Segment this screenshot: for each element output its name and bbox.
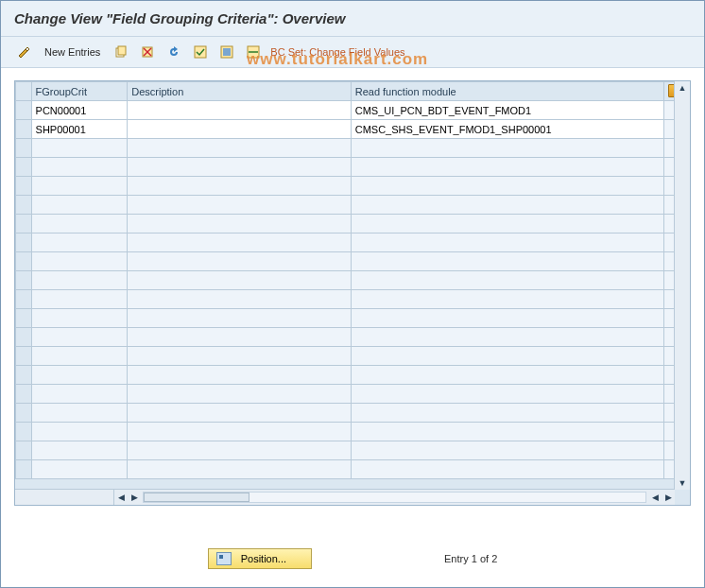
cell-description[interactable] bbox=[128, 120, 351, 139]
cell-readfn[interactable]: CMS_UI_PCN_BDT_EVENT_FMOD1 bbox=[351, 101, 663, 120]
cell-description[interactable] bbox=[128, 404, 351, 423]
cell-fgroupcrit[interactable] bbox=[31, 423, 128, 441]
cell-fgroupcrit[interactable] bbox=[31, 177, 128, 196]
cell-description[interactable] bbox=[128, 215, 351, 233]
cell-fgroupcrit[interactable] bbox=[31, 271, 128, 290]
cell-readfn[interactable] bbox=[351, 290, 663, 309]
cell-fgroupcrit[interactable] bbox=[31, 404, 128, 423]
row-selector[interactable] bbox=[16, 177, 32, 196]
row-selector[interactable] bbox=[16, 404, 32, 423]
cell-description[interactable] bbox=[128, 177, 351, 196]
row-selector[interactable] bbox=[16, 441, 32, 460]
row-selector[interactable] bbox=[16, 215, 32, 233]
cell-readfn[interactable] bbox=[351, 328, 663, 347]
row-selector[interactable] bbox=[16, 233, 32, 252]
cell-readfn[interactable] bbox=[351, 233, 663, 252]
row-selector[interactable] bbox=[16, 309, 32, 328]
select-all-icon[interactable] bbox=[191, 43, 210, 61]
row-selector[interactable] bbox=[16, 366, 32, 385]
delete-icon[interactable] bbox=[138, 43, 157, 61]
cell-readfn[interactable] bbox=[351, 309, 663, 328]
cell-fgroupcrit[interactable] bbox=[31, 309, 128, 328]
cell-fgroupcrit[interactable] bbox=[31, 139, 128, 158]
deselect-all-icon[interactable] bbox=[244, 43, 263, 61]
row-selector[interactable] bbox=[16, 290, 32, 309]
cell-readfn[interactable] bbox=[351, 460, 663, 479]
row-selector[interactable] bbox=[16, 158, 32, 177]
row-selector[interactable] bbox=[16, 271, 32, 290]
row-selector[interactable] bbox=[16, 120, 32, 139]
col-description[interactable]: Description bbox=[128, 82, 351, 101]
scroll-down-icon[interactable]: ▼ bbox=[676, 476, 689, 490]
col-readfn[interactable]: Read function module bbox=[351, 82, 663, 101]
cell-description[interactable] bbox=[128, 460, 351, 479]
bc-set-button[interactable]: BC Set: Change Field Values bbox=[270, 46, 404, 58]
cell-readfn[interactable] bbox=[351, 423, 663, 441]
row-selector[interactable] bbox=[16, 139, 32, 158]
select-block-icon[interactable] bbox=[217, 43, 236, 61]
row-selector[interactable] bbox=[16, 460, 32, 479]
scroll-left2-icon[interactable]: ◀ bbox=[648, 491, 662, 504]
cell-fgroupcrit[interactable] bbox=[31, 460, 128, 479]
cell-readfn[interactable] bbox=[351, 177, 663, 196]
cell-readfn[interactable] bbox=[351, 271, 663, 290]
vscroll-track[interactable] bbox=[676, 95, 689, 476]
row-selector[interactable] bbox=[16, 347, 32, 366]
toggle-display-change-icon[interactable] bbox=[14, 43, 33, 61]
cell-readfn[interactable] bbox=[351, 158, 663, 177]
row-selector-header[interactable] bbox=[16, 82, 32, 101]
cell-description[interactable] bbox=[128, 328, 351, 347]
cell-readfn[interactable]: CMSC_SHS_EVENT_FMOD1_SHP00001 bbox=[351, 120, 663, 139]
cell-description[interactable] bbox=[128, 139, 351, 158]
vertical-scrollbar[interactable]: ▲ ▼ bbox=[674, 81, 690, 490]
cell-description[interactable] bbox=[128, 441, 351, 460]
cell-description[interactable] bbox=[128, 271, 351, 290]
cell-description[interactable] bbox=[128, 309, 351, 328]
row-selector[interactable] bbox=[16, 196, 32, 215]
cell-readfn[interactable] bbox=[351, 347, 663, 366]
cell-fgroupcrit[interactable] bbox=[31, 252, 128, 271]
cell-description[interactable] bbox=[128, 196, 351, 215]
cell-readfn[interactable] bbox=[351, 139, 663, 158]
cell-fgroupcrit[interactable] bbox=[31, 196, 128, 215]
copy-as-icon[interactable] bbox=[112, 43, 130, 61]
cell-fgroupcrit[interactable]: SHP00001 bbox=[31, 120, 128, 139]
row-selector[interactable] bbox=[16, 423, 32, 441]
hscroll-thumb[interactable] bbox=[144, 493, 249, 502]
cell-description[interactable] bbox=[128, 423, 351, 441]
col-fgroupcrit[interactable]: FGroupCrit bbox=[31, 82, 128, 101]
scroll-left-icon[interactable]: ◀ bbox=[114, 491, 128, 504]
horizontal-scrollbar[interactable]: ◀ ▶ ◀ ▶ bbox=[15, 489, 675, 505]
cell-readfn[interactable] bbox=[351, 366, 663, 385]
scroll-right-icon[interactable]: ▶ bbox=[128, 491, 141, 504]
row-selector[interactable] bbox=[16, 328, 32, 347]
cell-description[interactable] bbox=[128, 366, 351, 385]
cell-description[interactable] bbox=[128, 233, 351, 252]
cell-description[interactable] bbox=[128, 252, 351, 271]
cell-readfn[interactable] bbox=[351, 404, 663, 423]
scroll-right2-icon[interactable]: ▶ bbox=[662, 491, 675, 504]
undo-icon[interactable] bbox=[164, 43, 183, 61]
cell-description[interactable] bbox=[128, 385, 351, 404]
row-selector[interactable] bbox=[16, 101, 32, 120]
cell-fgroupcrit[interactable] bbox=[31, 347, 128, 366]
cell-fgroupcrit[interactable]: PCN00001 bbox=[31, 101, 128, 120]
position-button[interactable]: Position... bbox=[208, 548, 312, 569]
cell-fgroupcrit[interactable] bbox=[31, 158, 128, 177]
cell-description[interactable] bbox=[128, 101, 351, 120]
cell-fgroupcrit[interactable] bbox=[31, 441, 128, 460]
cell-readfn[interactable] bbox=[351, 196, 663, 215]
row-selector[interactable] bbox=[16, 252, 32, 271]
scroll-up-icon[interactable]: ▲ bbox=[676, 81, 689, 95]
cell-description[interactable] bbox=[128, 290, 351, 309]
cell-fgroupcrit[interactable] bbox=[31, 328, 128, 347]
cell-fgroupcrit[interactable] bbox=[31, 290, 128, 309]
row-selector[interactable] bbox=[16, 385, 32, 404]
cell-description[interactable] bbox=[128, 158, 351, 177]
cell-fgroupcrit[interactable] bbox=[31, 366, 128, 385]
new-entries-button[interactable]: New Entries bbox=[41, 44, 104, 60]
cell-fgroupcrit[interactable] bbox=[31, 385, 128, 404]
cell-fgroupcrit[interactable] bbox=[31, 215, 128, 233]
cell-readfn[interactable] bbox=[351, 385, 663, 404]
hscroll-track[interactable] bbox=[143, 492, 646, 503]
